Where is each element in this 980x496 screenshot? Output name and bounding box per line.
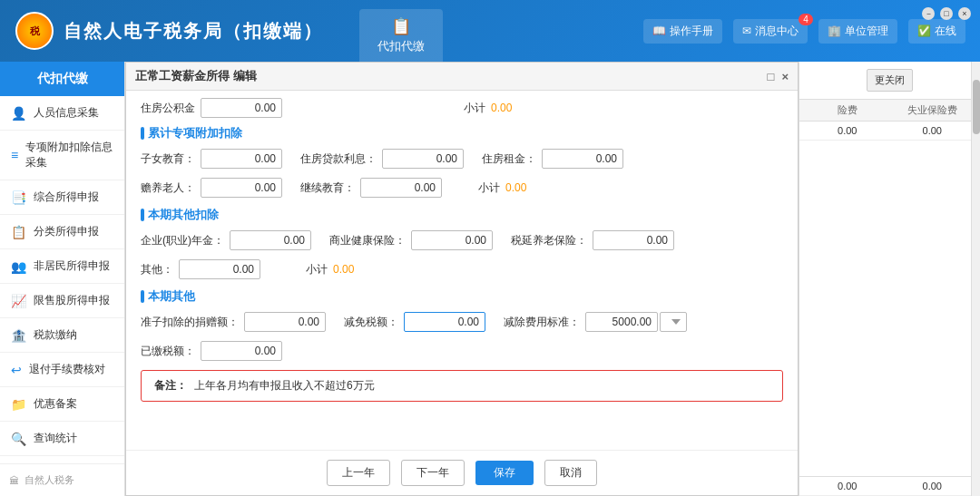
logo: 税	[15, 11, 54, 51]
other-label: 其他：	[141, 262, 173, 277]
sidebar-classified-label: 分类所得申报	[34, 224, 99, 239]
sidebar-item-memo[interactable]: 📁 优惠备案	[0, 387, 124, 422]
cancel-button[interactable]: 取消	[544, 460, 597, 486]
sidebar-item-classified[interactable]: 📋 分类所得申报	[0, 215, 124, 249]
maximize-button[interactable]: □	[940, 7, 953, 20]
message-button[interactable]: ✉ 消息中心 4	[733, 19, 808, 44]
dialog-footer: 上一年 下一年 保存 取消	[126, 450, 798, 495]
child-edu-input[interactable]	[201, 149, 282, 169]
dialog-close-button[interactable]: ×	[781, 70, 789, 83]
tax-deferred-pension-input[interactable]	[593, 230, 674, 250]
tax-payment-icon: 🏦	[11, 328, 26, 343]
manual-button[interactable]: 📖 操作手册	[643, 19, 722, 44]
sidebar-query-label: 查询统计	[34, 431, 77, 446]
dialog-title-bar: 正常工资薪金所得 编辑 □ ×	[126, 63, 798, 91]
online-label: 在线	[935, 24, 956, 39]
elder-care-item: 赡养老人：	[141, 178, 282, 198]
expense-standard-label: 减除费用标准：	[504, 315, 580, 330]
paid-tax-label: 已缴税额：	[141, 344, 195, 359]
expense-standard-input[interactable]	[585, 312, 658, 332]
unit-icon: 🏢	[828, 24, 841, 37]
right-cell-2-1: 0.00	[805, 481, 890, 491]
housing-rent-label: 住房租金：	[482, 151, 536, 167]
section-bar	[141, 127, 144, 140]
commercial-health-item: 商业健康保险：	[329, 230, 493, 250]
sidebar-special-deduct-label: 专项附加扣除信息采集	[25, 140, 113, 170]
app-title: 自然人电子税务局（扣缴端）	[64, 19, 323, 44]
tab-dakou-daijiao[interactable]: 📋 代扣代缴	[359, 9, 443, 62]
commercial-health-label: 商业健康保险：	[329, 233, 406, 248]
right-panel: 更关闭 险费 失业保险费 0.00 0.00 0.00 0.00	[799, 62, 980, 496]
note-box: 备注： 上年各月均有申报且收入不超过6万元	[141, 370, 783, 402]
unit-button[interactable]: 🏢 单位管理	[818, 19, 897, 44]
sidebar-item-non-resident[interactable]: 👥 非居民所得申报	[0, 249, 124, 284]
other-subtotal-value: 0.00	[333, 263, 354, 276]
query-icon: 🔍	[11, 432, 26, 446]
classified-icon: 📋	[11, 225, 26, 239]
paid-tax-input[interactable]	[201, 341, 282, 361]
housing-rent-input[interactable]	[542, 149, 623, 169]
continuing-edu-item: 继续教育：	[300, 178, 442, 198]
scrollbar-thumb[interactable]	[973, 80, 980, 134]
edit-dialog: 正常工资薪金所得 编辑 □ × 住房公积金 小计 0.00	[125, 62, 799, 496]
sidebar-item-restricted-stock[interactable]: 📈 限售股所得申报	[0, 284, 124, 318]
cumulative-section-label: 累计专项附加扣除	[148, 125, 242, 141]
sidebar-item-query[interactable]: 🔍 查询统计	[0, 422, 124, 456]
right-cell-1-2: 0.00	[890, 125, 975, 136]
sidebar-bottom-label: 自然人税务	[24, 473, 74, 487]
right-col-1: 险费	[805, 103, 890, 117]
prev-button[interactable]: 上一年	[327, 460, 390, 486]
donation-input[interactable]	[244, 312, 326, 332]
special-deduct-icon: ≡	[11, 148, 18, 162]
continuing-edu-input[interactable]	[360, 178, 442, 198]
save-button[interactable]: 保存	[475, 461, 534, 485]
sidebar-item-comprehensive[interactable]: 📑 综合所得申报	[0, 180, 124, 215]
window-controls: － □ ×	[922, 7, 971, 20]
right-panel-row-2: 0.00 0.00	[799, 477, 980, 496]
sidebar: 代扣代缴 👤 人员信息采集 ≡ 专项附加扣除信息采集 📑 综合所得申报 📋 分类…	[0, 62, 125, 496]
close-window-button[interactable]: ×	[958, 7, 971, 20]
online-icon: ✅	[917, 24, 931, 37]
paid-tax-item: 已缴税额：	[141, 341, 282, 361]
cumulative-section-title: 累计专项附加扣除	[141, 125, 783, 141]
housing-fund-subtotal-label: 小计	[464, 101, 485, 116]
right-panel-row-1: 0.00 0.00	[799, 122, 980, 141]
enterprise-annuity-input[interactable]	[230, 230, 311, 250]
minimize-button[interactable]: －	[922, 7, 935, 20]
sidebar-item-tax-payment[interactable]: 🏦 税款缴纳	[0, 318, 124, 353]
other-deductions-label: 本期其他扣除	[148, 207, 219, 223]
non-resident-icon: 👥	[11, 259, 26, 274]
housing-fund-item: 住房公积金	[141, 98, 282, 118]
cumulative-subtotal-item: 小计 0.00	[478, 180, 526, 196]
next-button[interactable]: 下一年	[401, 460, 465, 486]
housing-fund-input[interactable]	[201, 98, 282, 118]
sidebar-memo-label: 优惠备案	[34, 396, 77, 412]
other-input[interactable]	[179, 259, 260, 279]
note-label: 备注：	[154, 378, 187, 394]
content-area: 正常工资薪金所得 编辑 □ × 住房公积金 小计 0.00	[125, 62, 980, 496]
sidebar-item-personnel[interactable]: 👤 人员信息采集	[0, 96, 124, 131]
sidebar-item-refund[interactable]: ↩ 退付手续费核对	[0, 353, 124, 387]
right-panel-header: 险费 失业保险费	[799, 100, 980, 122]
elder-care-label: 赡养老人：	[141, 180, 195, 196]
elder-care-input[interactable]	[201, 178, 282, 198]
dialog-minimize-button[interactable]: □	[768, 70, 775, 83]
expense-standard-item: 减除费用标准：	[504, 312, 687, 332]
comprehensive-icon: 📑	[11, 190, 26, 205]
tax-reduction-input[interactable]	[404, 312, 485, 332]
note-text: 上年各月均有申报且收入不超过6万元	[194, 378, 375, 394]
scrollbar-track[interactable]	[971, 62, 980, 496]
housing-loan-input[interactable]	[382, 149, 464, 169]
cumulative-subtotal-label: 小计	[478, 180, 500, 196]
period-other-row-1: 准子扣除的捐赠额： 减免税额： 减除费用标准：	[141, 312, 783, 332]
message-badge: 4	[799, 14, 813, 25]
sidebar-item-special-deduct[interactable]: ≡ 专项附加扣除信息采集	[0, 131, 124, 180]
online-button[interactable]: ✅ 在线	[908, 19, 965, 44]
sidebar-restricted-stock-label: 限售股所得申报	[34, 293, 110, 308]
expense-standard-select[interactable]	[660, 312, 687, 332]
dialog-body: 住房公积金 小计 0.00 累计专项附加扣除 子女教育：	[126, 91, 798, 450]
commercial-health-input[interactable]	[411, 230, 493, 250]
close-right-panel-button[interactable]: 更关闭	[867, 69, 913, 92]
tax-reduction-label: 减免税额：	[344, 315, 398, 330]
other-deductions-row-1: 企业(职业)年金： 商业健康保险： 税延养老保险：	[141, 230, 783, 250]
